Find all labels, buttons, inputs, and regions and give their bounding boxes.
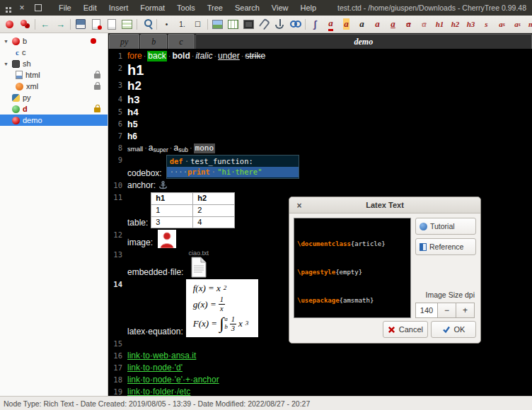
titlebar: × FileEditInsertFormatToolsTreeSearchVie…: [0, 0, 532, 16]
expander-icon[interactable]: ▼: [3, 62, 9, 66]
tutorial-button[interactable]: Tutorial: [415, 218, 476, 235]
tree-node-sh[interactable]: ▼ sh: [0, 58, 108, 69]
menu-item[interactable]: Edit: [78, 1, 103, 14]
new-subnode-icon[interactable]: [18, 17, 33, 31]
foreground-color-icon[interactable]: a: [323, 17, 338, 31]
latex-label: latex·equation:: [127, 327, 183, 337]
folder-link[interactable]: link·to·folder·/etc: [127, 387, 190, 396]
subscript-icon[interactable]: as: [510, 17, 525, 31]
tree-node-demo[interactable]: demo: [0, 115, 108, 126]
menu-item[interactable]: Tools: [171, 1, 201, 14]
h3-icon[interactable]: h3: [463, 17, 478, 31]
insert-latex-icon[interactable]: ∫: [308, 17, 323, 31]
go-forward-icon[interactable]: →: [53, 17, 68, 31]
superscript-icon[interactable]: as: [495, 17, 509, 31]
tab-py[interactable]: py: [109, 34, 139, 49]
insert-table-icon[interactable]: [226, 17, 241, 31]
menu-item[interactable]: Format: [134, 1, 170, 14]
node-anchor-link[interactable]: link·to·node·'e'·+·anchor: [127, 375, 219, 385]
node-tab-row: py b c demo: [108, 33, 532, 49]
tree-node-label: sh: [23, 59, 31, 68]
insert-anchor-icon[interactable]: [272, 17, 287, 31]
tree-node-html[interactable]: html: [0, 69, 108, 81]
clear-format-icon[interactable]: a: [417, 17, 432, 31]
tree-node-d[interactable]: d: [0, 103, 108, 115]
menu-item[interactable]: File: [53, 1, 77, 14]
toolbar: ←→•1.☐∫aaaaaaah1h2h3sasasms: [0, 16, 532, 33]
cancel-button[interactable]: Cancel: [383, 321, 428, 338]
copy-node-icon[interactable]: [104, 17, 119, 31]
italic-icon[interactable]: a: [370, 17, 385, 31]
dialog-close-button[interactable]: ×: [293, 199, 306, 212]
menu-item[interactable]: Search: [229, 1, 265, 14]
go-back-icon[interactable]: ←: [37, 17, 52, 31]
menubar: FileEditInsertFormatToolsTreeSearchViewH…: [53, 1, 322, 14]
line-number: 1: [108, 51, 127, 62]
app-menu-icon[interactable]: [6, 7, 8, 9]
tree-node-xml[interactable]: xml: [0, 81, 108, 92]
menu-item[interactable]: Tree: [202, 1, 229, 14]
tab-b[interactable]: b: [140, 34, 167, 49]
tree-panel: ▼ b c c ▼ sh html xml: [0, 33, 108, 396]
embedded-table[interactable]: h1h2 12 34: [151, 192, 235, 228]
insert-image-icon[interactable]: [210, 17, 225, 31]
heading-3: h3: [127, 94, 140, 105]
dpi-decrease-button[interactable]: −: [438, 303, 456, 318]
underline-icon[interactable]: a: [386, 17, 400, 31]
h1-icon[interactable]: h1: [432, 17, 447, 31]
tree-node-b[interactable]: ▼ b: [0, 35, 108, 47]
python-icon: [12, 94, 20, 102]
window-title: test.ctd - /home/giuspen/Downloads - Che…: [337, 4, 526, 12]
web-link[interactable]: link·to·web·ansa.it: [127, 351, 196, 361]
xml-file-icon: [16, 83, 23, 90]
tab-demo[interactable]: demo: [195, 34, 532, 49]
insert-codebox-icon[interactable]: [241, 17, 256, 31]
latex-source-editor[interactable]: \documentclass{article} \pagestyle{empty…: [294, 218, 411, 318]
tree-node-label: demo: [23, 116, 42, 124]
reference-icon: [420, 243, 427, 251]
node-properties-icon[interactable]: [120, 17, 134, 31]
menu-item[interactable]: View: [266, 1, 294, 14]
embedded-image[interactable]: [158, 230, 176, 248]
heading-5: h5: [127, 120, 138, 130]
ok-button[interactable]: OK: [431, 321, 476, 338]
green-node-icon: [12, 105, 20, 113]
node-link[interactable]: link·to·node·'d': [127, 363, 183, 373]
monospace-icon[interactable]: ms: [526, 17, 532, 31]
dpi-value[interactable]: 140: [415, 303, 438, 318]
fore-colored-text: fore: [127, 51, 142, 62]
codebox[interactable]: def·test_function: ····print·"hi·there": [166, 155, 299, 179]
todo-list-icon[interactable]: ☐: [190, 17, 205, 31]
tab-c[interactable]: c: [168, 34, 194, 49]
close-window-button[interactable]: ×: [17, 3, 27, 13]
small-icon[interactable]: s: [479, 17, 494, 31]
background-color-icon[interactable]: a: [339, 17, 354, 31]
new-node-icon[interactable]: [2, 17, 17, 31]
embedded-file[interactable]: ciao.txt: [188, 250, 209, 278]
maximize-window-button[interactable]: [33, 3, 43, 13]
h2-icon[interactable]: h2: [448, 17, 463, 31]
tree-node-label: xml: [26, 82, 38, 90]
menu-item[interactable]: Insert: [103, 1, 134, 14]
separator: [70, 19, 71, 30]
bold-icon[interactable]: a: [354, 17, 369, 31]
numbered-list-icon[interactable]: 1.: [175, 17, 190, 31]
save-icon[interactable]: [73, 17, 88, 31]
latex-equation-image[interactable]: f(x) = x2 g(x) =1x F(x) =∫ab13x3: [186, 279, 259, 336]
tree-node-c[interactable]: c c: [0, 47, 108, 58]
dpi-increase-button[interactable]: +: [456, 303, 475, 318]
find-icon[interactable]: [139, 17, 154, 31]
anchor-icon[interactable]: [158, 181, 168, 190]
attach-file-icon[interactable]: [257, 17, 272, 31]
menu-item[interactable]: Help: [294, 1, 322, 14]
codebox-label: codebox:: [127, 168, 162, 179]
embedded-file-label: embedded·file:: [127, 267, 183, 278]
expander-icon[interactable]: ▼: [3, 39, 9, 44]
strikethrough-icon[interactable]: a: [401, 17, 416, 31]
bulleted-list-icon[interactable]: •: [159, 17, 174, 31]
bookmark-node-icon[interactable]: [88, 17, 103, 31]
insert-link-icon[interactable]: [288, 17, 303, 31]
tree-node-py[interactable]: py: [0, 92, 108, 103]
reference-button[interactable]: Reference: [415, 238, 476, 255]
ok-check-icon: [442, 325, 451, 334]
